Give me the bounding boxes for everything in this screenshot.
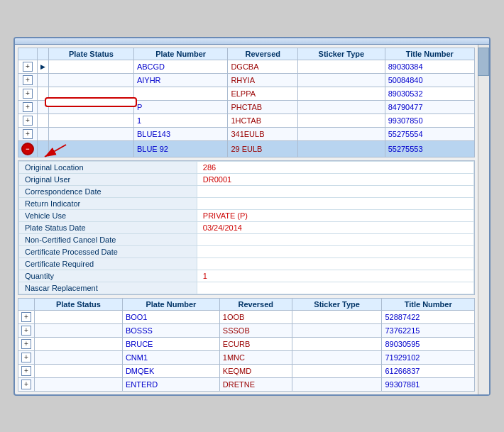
detail-label: Non-Certified Cancel Date: [19, 233, 197, 245]
collapse-row-btn[interactable]: −: [21, 143, 34, 155]
scrollbar[interactable]: [478, 45, 489, 394]
detail-row: Certificate Required: [19, 257, 474, 270]
plate-status-cell: [49, 127, 134, 140]
reversed-cell: 29 EULB: [228, 140, 298, 157]
plate-number-cell: BLUE143: [133, 127, 227, 140]
table-row[interactable]: +CNM11MNC71929102: [18, 350, 475, 364]
reversed-cell: 341EULB: [228, 127, 298, 140]
title-number-cell: 55275553: [385, 140, 474, 157]
reversed-cell: 1OOB: [219, 310, 292, 323]
expand-row-btn[interactable]: +: [23, 129, 33, 139]
expand-row-btn[interactable]: +: [21, 339, 31, 349]
plate-status-cell: [49, 60, 134, 73]
title-number-cell: 89030532: [385, 87, 474, 100]
expand-row-btn[interactable]: +: [21, 312, 31, 322]
expand-col: +: [18, 350, 35, 364]
detail-row: Nascar Replacement: [19, 282, 474, 294]
plate-status-cell: [35, 350, 123, 364]
table-row[interactable]: +ENTERDDRETNE99307881: [18, 377, 475, 391]
table-row[interactable]: +BRUCEECURB89030595: [18, 337, 475, 350]
reversed-cell: PHCTAB: [228, 100, 298, 113]
detail-value: [197, 282, 473, 294]
arrow-col: [38, 127, 49, 140]
detail-label: Certificate Required: [19, 257, 197, 270]
detail-row: Return Indicator: [19, 197, 474, 209]
table-row[interactable]: +▶ABCGDDGCBA89030384: [18, 60, 475, 73]
detail-table: Original Location286Original UserDR0001C…: [18, 161, 474, 294]
expand-col: +: [18, 323, 35, 337]
main-content: Plate Status Plate Number Reversed Stick…: [15, 45, 489, 394]
detail-label: Original User: [19, 173, 197, 185]
sticker-type-cell: [292, 377, 382, 391]
sticker-type-cell: [298, 140, 385, 157]
expand-row-btn[interactable]: +: [23, 62, 33, 72]
th-plate-number2: Plate Number: [122, 298, 219, 310]
detail-row: Non-Certified Cancel Date: [19, 233, 474, 245]
arrow-col: [38, 73, 49, 87]
detail-value: DR0001: [197, 173, 473, 185]
plate-status-cell: [35, 323, 123, 337]
expand-row-btn[interactable]: +: [23, 116, 33, 126]
expand-row-btn[interactable]: +: [23, 89, 33, 99]
expand-col: +: [18, 337, 35, 350]
detail-label: Certificate Processed Date: [19, 245, 197, 257]
reversed-cell: DGCBA: [228, 60, 298, 73]
reversed-cell: RHYIA: [228, 73, 298, 87]
th-sticker-type1: Sticker Type: [298, 48, 385, 60]
detail-label: Quantity: [19, 270, 197, 282]
table-row[interactable]: +BOSSSSSSOB73762215: [18, 323, 475, 337]
expand-row-btn[interactable]: +: [21, 326, 31, 336]
plate-status-cell: [49, 73, 134, 87]
reversed-cell: SSSOB: [219, 323, 292, 337]
scrollbar-thumb[interactable]: [478, 48, 489, 76]
expand-col: +: [18, 113, 38, 127]
table-row[interactable]: +AIYHRRHYIA50084840: [18, 73, 475, 87]
title-number-cell: 52887422: [382, 310, 475, 323]
sticker-type-cell: [298, 87, 385, 100]
expand-col: +: [18, 87, 38, 100]
sticker-type-cell: [292, 337, 382, 350]
detail-label: Correspondence Date: [19, 185, 197, 197]
expand-col: +: [18, 60, 38, 73]
expand-row-btn[interactable]: +: [21, 353, 31, 362]
th-arrow1: [38, 48, 49, 60]
table-row[interactable]: +11HCTAB99307850: [18, 113, 475, 127]
detail-value: [197, 197, 473, 209]
plate-status-cell: [35, 364, 123, 377]
title-number-cell: 73762215: [382, 323, 475, 337]
plate-number-cell: ENTERD: [122, 377, 219, 391]
detail-value: 286: [197, 161, 473, 173]
expand-row-btn[interactable]: +: [21, 380, 31, 389]
expand-row-btn[interactable]: +: [23, 102, 33, 112]
title-number-cell: 84790477: [385, 100, 474, 113]
detail-label: Plate Status Date: [19, 221, 197, 233]
table-row[interactable]: −BLUE 9229 EULB55275553: [18, 140, 475, 157]
plate-number-cell: DMQEK: [122, 364, 219, 377]
plate-status-cell: [35, 337, 123, 350]
th-expand1: [18, 48, 38, 60]
table-row[interactable]: +BOO11OOB52887422: [18, 310, 475, 323]
table-row[interactable]: +DMQEKKEQMD61266837: [18, 364, 475, 377]
detail-value: 03/24/2014: [197, 221, 473, 233]
expand-row-btn[interactable]: +: [23, 75, 33, 85]
table-row[interactable]: +BLUE143341EULB55275554: [18, 127, 475, 140]
detail-value: [197, 245, 473, 257]
reversed-cell: 1HCTAB: [228, 113, 298, 127]
sticker-type-cell: [292, 310, 382, 323]
table2: Plate Status Plate Number Reversed Stick…: [18, 298, 475, 392]
th-title-number2: Title Number: [382, 298, 475, 310]
sticker-type-cell: [292, 323, 382, 337]
expand-row-btn[interactable]: +: [21, 366, 31, 376]
th-title-number1: Title Number: [385, 48, 474, 60]
arrow-col: ▶: [38, 60, 49, 73]
th-reversed2: Reversed: [219, 298, 292, 310]
expand-col: +: [18, 364, 35, 377]
plate-number-cell: [133, 87, 227, 100]
expand-col: +: [18, 377, 35, 391]
reversed-cell: ELPPA: [228, 87, 298, 100]
plate-number-cell: BOSSS: [122, 323, 219, 337]
detail-label: Return Indicator: [19, 197, 197, 209]
plate-status-cell: [35, 310, 123, 323]
sticker-type-cell: [298, 127, 385, 140]
arrow-col: [38, 113, 49, 127]
